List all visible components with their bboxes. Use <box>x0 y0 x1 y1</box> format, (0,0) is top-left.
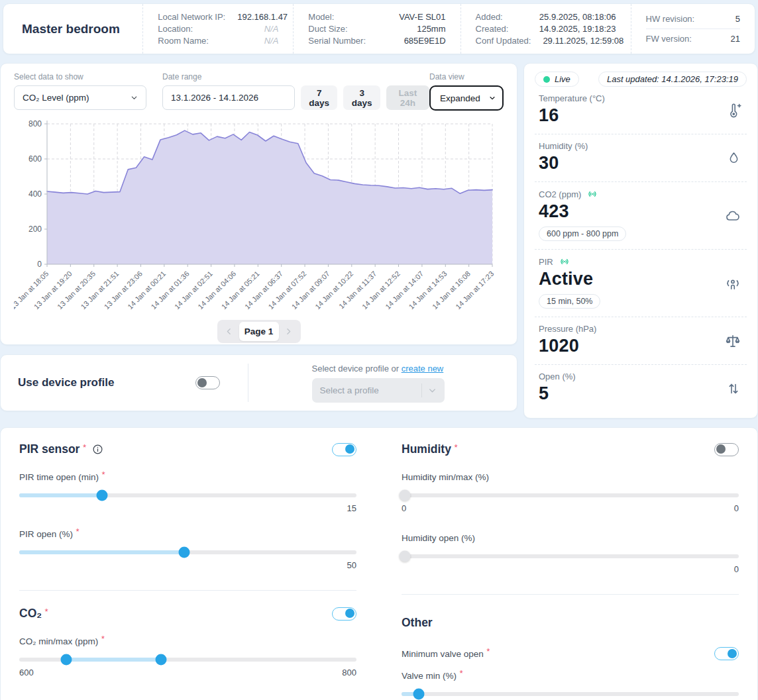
info-row: Duct Size:125mm <box>308 23 445 34</box>
live-readings-panel: Live Last updated: 14.1.2026, 17:23:19 T… <box>523 63 758 419</box>
required-marker <box>99 472 105 482</box>
slider-fill <box>19 493 102 497</box>
signal-icon <box>559 256 570 267</box>
chart-card: Select data to show CO₂ Level (ppm) Date… <box>0 63 517 345</box>
sensor-pir: PIR Active 15 min, 50% <box>535 250 747 317</box>
info-row: FW version:21 <box>646 33 740 44</box>
humidity-minmax-slider[interactable] <box>402 493 739 497</box>
pir-time-open-value: 15 <box>347 503 356 513</box>
co2-threshold-badge: 600 ppm - 800 ppm <box>539 226 626 241</box>
thermometer-plus-icon <box>726 103 741 119</box>
sensor-temperature: Temperature (°C) 16 <box>535 87 747 134</box>
network-info-group: Local Network IP:192.168.1.47 Location:N… <box>142 4 293 54</box>
dates-info-group: Added:25.9.2025, 08:18:06 Created:14.9.2… <box>460 4 631 54</box>
co2-toggle[interactable] <box>332 607 356 621</box>
date-range-input[interactable] <box>162 85 295 110</box>
humidity-max-value: 0 <box>734 503 739 513</box>
page-title: Master bedroom <box>3 4 142 54</box>
data-view-value: Expanded <box>440 93 480 103</box>
minimum-valve-open-toggle[interactable] <box>714 647 739 660</box>
slider-fill <box>66 658 161 662</box>
humidity-open-value: 0 <box>734 564 739 574</box>
divider <box>19 590 356 591</box>
sensor-co2: CO2 (ppm) 423 600 ppm - 800 ppm <box>535 182 747 250</box>
range-3days-button[interactable]: 3 days <box>343 85 380 110</box>
valve-min-slider[interactable] <box>402 692 739 696</box>
svg-text:600: 600 <box>28 154 42 164</box>
co2-minmax-label: CO₂ min/max (ppm) <box>19 636 98 646</box>
svg-text:400: 400 <box>28 189 42 199</box>
cloud-icon <box>724 207 741 225</box>
last-updated-badge: Last updated: 14.1.2026, 17:23:19 <box>598 72 747 87</box>
info-row: Location:N/A <box>158 23 278 34</box>
divider <box>248 364 248 402</box>
profile-select-label: Select device profile or <box>312 364 400 374</box>
humidity-toggle[interactable] <box>714 443 739 456</box>
create-new-link[interactable]: create new <box>402 364 444 374</box>
signal-icon <box>587 189 598 199</box>
data-select[interactable]: CO₂ Level (ppm) <box>14 85 146 110</box>
range-last24h-button[interactable]: Last 24h <box>386 85 429 110</box>
humidity-open-slider[interactable] <box>402 554 739 558</box>
humidity-minmax-label: Humidity min/max (%) <box>402 472 489 482</box>
required-marker <box>80 444 85 456</box>
pir-open-label: PIR open (%) <box>19 529 73 539</box>
settings-right-column: Humidity Humidity min/max (%) 0 0 Humidi… <box>402 442 739 700</box>
sensor-open: Open (%) 5 <box>535 365 747 412</box>
use-profile-toggle[interactable] <box>195 376 220 389</box>
slider-fill <box>19 550 184 554</box>
date-range-wrap: Date range 7 days 3 days Last 24h <box>162 72 429 110</box>
pir-section-title: PIR sensor <box>19 442 80 456</box>
slider-thumb[interactable] <box>413 689 425 700</box>
prev-page-button[interactable] <box>219 322 239 341</box>
info-row: Added:25.9.2025, 08:18:06 <box>476 11 616 23</box>
pir-open-slider[interactable] <box>19 550 356 554</box>
next-page-button[interactable] <box>279 322 299 341</box>
profile-select[interactable]: Select a profile <box>312 378 445 403</box>
range-7days-button[interactable]: 7 days <box>301 85 337 110</box>
device-profile-card: Use device profile Select device profile… <box>0 354 517 411</box>
device-page: Master bedroom Local Network IP:192.168.… <box>0 0 758 700</box>
slider-thumb[interactable] <box>400 490 411 501</box>
svg-text:800: 800 <box>28 119 42 128</box>
data-view-wrap: Data view Expanded <box>429 72 504 111</box>
chevron-down-icon <box>428 386 437 395</box>
slider-thumb-max[interactable] <box>155 654 166 666</box>
chart-pagination: Page 1 <box>217 320 301 343</box>
pir-toggle[interactable] <box>332 443 356 456</box>
device-header-card: Master bedroom Local Network IP:192.168.… <box>3 3 755 54</box>
divider <box>402 594 739 595</box>
live-dot-icon <box>543 76 550 83</box>
required-marker <box>484 649 490 659</box>
live-status-badge: Live <box>535 72 579 87</box>
co2-minmax-range-slider[interactable] <box>19 658 356 662</box>
chart-svg: 020040060080013 Jan at 18:0513 Jan at 19… <box>14 117 505 316</box>
svg-text:0: 0 <box>37 260 42 269</box>
pir-time-open-slider[interactable] <box>19 493 356 497</box>
required-marker <box>457 671 462 681</box>
chevron-right-icon <box>284 327 293 336</box>
slider-thumb[interactable] <box>400 551 411 562</box>
chevron-down-icon <box>489 95 496 101</box>
info-icon[interactable] <box>92 444 103 455</box>
profile-title: Use device profile <box>18 376 115 389</box>
date-range-label: Date range <box>162 72 429 81</box>
device-settings-card: PIR sensor PIR time open (min) 15 PIR op… <box>0 427 758 700</box>
info-row: Conf Updated:29.11.2025, 12:59:08 <box>476 35 616 46</box>
info-row: Serial Number:685E9E1D <box>308 35 445 46</box>
slider-thumb[interactable] <box>179 547 190 558</box>
required-marker <box>98 636 104 646</box>
pir-time-open-label: PIR time open (min) <box>19 472 99 482</box>
info-row: Model:VAV-E SL01 <box>308 11 445 23</box>
minimum-valve-open-label: Minimum valve open <box>402 649 484 659</box>
info-row: Room Name:N/A <box>158 35 278 46</box>
required-marker <box>73 529 79 539</box>
info-row: Created:14.9.2025, 19:18:23 <box>476 23 616 34</box>
chevron-down-icon <box>131 94 138 101</box>
data-view-select[interactable]: Expanded <box>429 85 504 111</box>
settings-left-column: PIR sensor PIR time open (min) 15 PIR op… <box>19 442 356 700</box>
slider-thumb-min[interactable] <box>61 654 72 666</box>
chevron-left-icon <box>225 327 233 336</box>
scale-icon <box>724 332 741 350</box>
slider-thumb[interactable] <box>96 490 107 501</box>
